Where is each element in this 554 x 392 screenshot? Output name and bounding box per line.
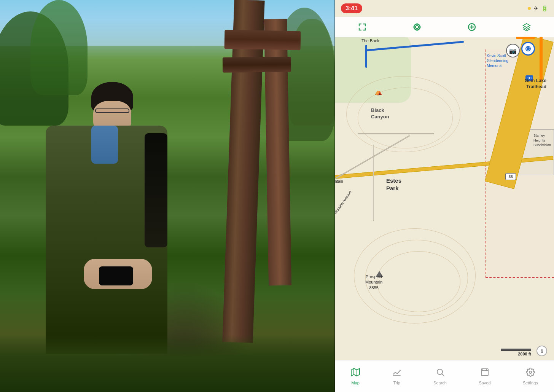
settings-nav-icon xyxy=(526,368,535,379)
saved-icon-svg xyxy=(480,368,489,377)
search-icon-svg xyxy=(436,368,445,377)
saved-nav-label: Saved xyxy=(479,381,490,385)
trip-nav-icon xyxy=(392,368,401,379)
settings-nav-label: Settings xyxy=(523,381,538,385)
time-display: 3:41 xyxy=(341,3,362,13)
estes-park-label: EstesPark xyxy=(386,177,401,192)
scale-bar-lines xyxy=(501,349,531,351)
mountain-label-left: ntain xyxy=(335,179,343,184)
layers-button[interactable] xyxy=(518,19,535,35)
orange-route-line xyxy=(540,36,543,82)
svg-point-2 xyxy=(416,25,419,29)
scale-bar-fill xyxy=(501,349,531,351)
phone-in-hand xyxy=(99,266,133,285)
road-horizontal-1 xyxy=(358,133,434,134)
sign-board-top xyxy=(224,30,301,50)
scale-bar-container: 2000 ft xyxy=(501,349,531,356)
svg-point-0 xyxy=(527,47,530,50)
svg-point-22 xyxy=(529,371,532,373)
expand-button[interactable] xyxy=(354,19,371,35)
svg-line-17 xyxy=(442,374,444,376)
current-location-pin[interactable] xyxy=(521,42,535,56)
topo-line-mountain3 xyxy=(377,251,460,312)
the-book-label: The Book xyxy=(361,38,379,43)
svg-rect-18 xyxy=(481,369,488,376)
info-button[interactable]: ℹ xyxy=(536,346,547,356)
svg-marker-11 xyxy=(523,24,530,27)
panel-divider xyxy=(334,0,335,392)
prospect-mountain-label: ProspectMountain8855 xyxy=(365,274,382,290)
map-nav-label: Map xyxy=(352,381,360,385)
map-nav-icon xyxy=(351,368,360,379)
nav-item-map[interactable]: Map xyxy=(345,365,366,388)
trip-nav-label: Trip xyxy=(393,381,400,385)
add-icon xyxy=(468,23,476,31)
nav-item-trip[interactable]: Trip xyxy=(386,365,408,388)
bottom-navigation: Map Trip Search xyxy=(335,360,554,392)
memorial-label: Kevin ScottGlendenningMemorial xyxy=(487,53,508,68)
location-pin-icon xyxy=(525,46,531,52)
locate-button[interactable] xyxy=(409,19,425,35)
locate-icon xyxy=(413,23,421,31)
picnic-area-icon: ⛺ xyxy=(375,88,382,96)
person-jacket-blue xyxy=(91,126,118,164)
sign-board-bottom xyxy=(223,57,291,73)
tree-left2 xyxy=(30,0,88,95)
status-icons-group: ✈ 🔋 xyxy=(528,5,548,11)
scale-bar-label: 2000 ft xyxy=(518,352,531,356)
trip-icon-svg xyxy=(392,368,401,377)
person-backpack xyxy=(145,133,167,247)
nav-item-settings[interactable]: Settings xyxy=(517,365,544,388)
settings-icon-svg xyxy=(526,368,535,377)
search-nav-icon xyxy=(436,368,445,379)
layers-icon xyxy=(522,23,531,31)
photo-panel xyxy=(0,0,335,392)
map-toolbar xyxy=(335,17,554,37)
black-canyon-label: BlackCanyon xyxy=(371,107,389,120)
expand-icon xyxy=(358,23,366,31)
svg-marker-12 xyxy=(351,368,360,376)
nav-item-search[interactable]: Search xyxy=(427,365,453,388)
add-button[interactable] xyxy=(463,19,480,35)
search-nav-label: Search xyxy=(433,381,447,385)
person-glasses xyxy=(95,108,129,113)
road-36-sign: 36 xyxy=(505,173,516,180)
airplane-mode-icon: ✈ xyxy=(534,5,538,11)
battery-icon: 🔋 xyxy=(541,5,548,11)
map-icon-svg xyxy=(351,368,360,377)
yellow-dot-indicator xyxy=(528,7,531,10)
map-panel[interactable]: 36 📷 TH ⛺ The Book Kevin ScottGlendennin… xyxy=(335,0,554,392)
ground-vegetation xyxy=(0,335,335,392)
saved-nav-icon xyxy=(480,368,489,379)
trail-blue-vertical xyxy=(365,45,367,68)
status-bar: 3:41 ✈ 🔋 xyxy=(335,0,554,17)
nav-item-saved[interactable]: Saved xyxy=(473,365,497,388)
stanley-heights-label: StanleyHeightsSubdivision xyxy=(533,133,551,148)
trailhead-label: Gem LakeTrailhead xyxy=(525,78,546,90)
